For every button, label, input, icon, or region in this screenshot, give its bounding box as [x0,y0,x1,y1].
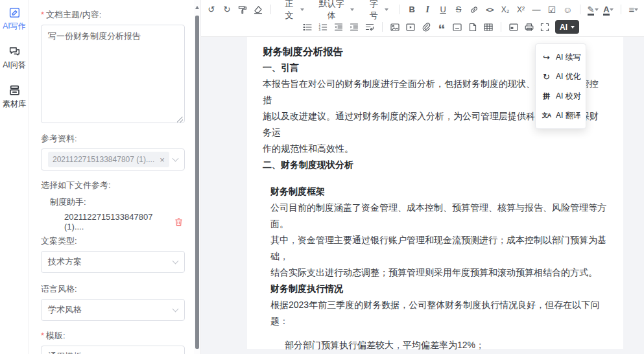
indent-increase-icon [349,22,359,32]
eraser-button[interactable] [250,3,266,17]
inline-code-button[interactable]: <> [482,3,497,17]
attachment-button[interactable] [418,20,434,34]
doc-paragraph: 公司目前的制度涵盖了资金管理、成本控制、预算管理、核算与报告、风险管理等方面。其… [263,200,606,281]
bold-icon: B [409,5,414,14]
indent-decrease-button[interactable] [331,20,346,34]
subscript-button[interactable]: X₂ [497,3,513,17]
blockquote-icon: “ [438,27,446,32]
caret-down-icon [300,8,304,13]
print-button[interactable] [521,20,537,34]
code-block-icon [452,22,462,32]
editor-canvas: 财务制度分析报告一、引言本报告旨在对公司的财务制度进行全面分析，包括财务制度的现… [201,37,644,354]
bullet-list-button[interactable] [300,20,315,34]
task-list-button[interactable]: ☑ [544,3,560,17]
fullscreen-button[interactable] [537,20,553,34]
ai-optimize-icon: ↻ [542,72,551,82]
ai-menu-item-optimize[interactable]: ↻AI 优化 [536,67,586,86]
rail-item-label: 素材库 [3,99,26,110]
required-mark: * [41,10,44,19]
ai-menu-item-continue[interactable]: ↪AI 续写 [536,47,586,67]
subscript-icon: X₂ [501,5,510,14]
indent-increase-button[interactable] [346,20,362,34]
doc-type-label: 文案类型: [41,235,185,247]
scrollbar-thumb[interactable] [195,16,199,349]
ai-menu-item-label: AI 校对 [556,91,581,102]
editor-toolbar: ↺↻正文默认字体字号BIUS<>X₂X²—☑☺✎A≡ 123“AI [201,0,644,37]
rail-item-library[interactable]: 素材库 [3,84,26,110]
ai-proofread-icon: 拼 [542,91,551,101]
doc-paragraph: 根据2023年前三季度的财务数据，公司整体财务制度执行情况良好，但存在以下问题： [263,297,606,329]
line-break-button[interactable] [362,20,377,34]
doc-type-value: 技术方案 [48,256,173,268]
card-block-button[interactable] [506,20,521,34]
style-select[interactable]: 学术风格 [41,299,185,321]
image-button[interactable] [387,20,403,34]
undo-icon: ↺ [208,5,215,14]
horizontal-rule-button[interactable]: — [529,3,544,17]
align-button[interactable]: ≡ [626,3,641,17]
resize-handle-icon[interactable] [177,117,183,123]
inline-code-icon: <> [486,6,494,14]
align-icon: ≡ [629,4,635,15]
toolbar-divider [621,5,621,14]
trash-icon[interactable] [174,217,184,227]
print-icon [524,22,534,32]
topic-label: *文档主题/内容: [41,9,185,21]
reference-label: 参考资料: [41,133,185,145]
ai-dropdown-button[interactable]: AI [555,20,579,34]
ordered-list-button[interactable]: 123 [315,20,331,34]
tag-close-icon[interactable]: × [160,155,165,165]
assistant-file-row: 2021122715133847807 (1).... [64,212,184,231]
doc-type-select[interactable]: 技术方案 [41,251,185,273]
bold-button[interactable]: B [404,3,420,17]
bullet-list-icon [302,22,313,32]
file-section-label: 选择如下文件参考: [41,180,185,191]
video-button[interactable] [403,20,418,34]
panel-scrollbar[interactable] [194,0,200,354]
emoji-icon: ☺ [563,5,572,15]
redo-icon: ↻ [224,5,231,14]
font-family-label: 默认字体 [316,0,347,21]
template-value: 通用模板 [48,351,161,354]
page-template-button[interactable] [465,20,481,34]
ai-menu-item-proofread[interactable]: 拼AI 校对 [536,86,586,106]
caret-down-icon [610,8,614,13]
emoji-button[interactable]: ☺ [560,3,575,17]
ai-write-icon [8,6,21,19]
rail-item-ai-qa[interactable]: AI问答 [3,45,25,71]
task-list-icon: ☑ [548,5,556,15]
caret-down-icon [571,26,575,30]
topic-textarea[interactable]: 写一份财务制度分析报告 [41,25,185,123]
italic-button[interactable]: I [420,3,435,17]
format-painter-button[interactable] [235,3,250,17]
caret-down-icon [350,8,354,13]
font-family-dropdown[interactable]: 默认字体 [310,3,360,17]
blockquote-button[interactable]: “ [434,20,449,34]
italic-icon: I [425,5,429,15]
font-color-button[interactable]: A [601,3,616,17]
assistant-label: 制度助手: [50,196,185,208]
reference-select[interactable]: 2021122715133847807 (1).... × [41,148,185,171]
ai-menu-item-translate[interactable]: 文AAI 翻译 [536,106,586,125]
style-label: 语言风格: [41,283,185,295]
undo-button[interactable]: ↺ [204,3,219,17]
superscript-button[interactable]: X² [513,3,529,17]
caret-down-icon [634,8,638,13]
code-block-button[interactable] [449,20,465,34]
strikethrough-button[interactable]: S [451,3,466,17]
scroll-up-icon[interactable] [195,4,199,9]
highlight-color-icon: ✎ [588,5,595,14]
rail-item-ai-write[interactable]: AI写作 [3,6,25,32]
table-button[interactable] [481,20,496,34]
template-select[interactable]: 通用模板 ⊘ [41,346,185,354]
rail-item-label: AI写作 [3,21,25,32]
reference-tag[interactable]: 2021122715133847807 (1).... × [48,152,169,167]
link-icon [469,5,479,15]
paragraph-format-dropdown[interactable]: 正文 [276,3,310,17]
highlight-color-button[interactable]: ✎ [585,3,601,17]
redo-button[interactable]: ↻ [219,3,235,17]
superscript-icon: X² [517,5,525,14]
font-size-dropdown[interactable]: 字号 [360,3,394,17]
link-button[interactable] [466,3,482,17]
underline-button[interactable]: U [435,3,451,17]
